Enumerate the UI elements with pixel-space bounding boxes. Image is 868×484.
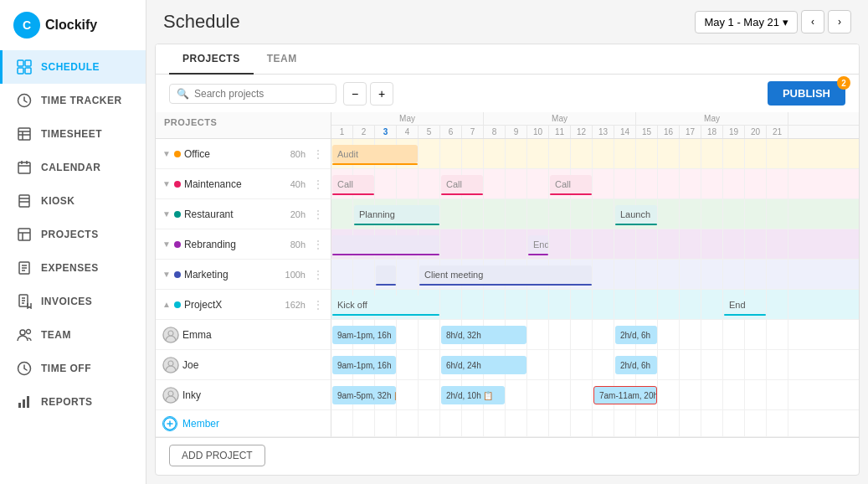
sidebar-item-kiosk[interactable]: KIOSK: [0, 184, 146, 218]
tab-projects[interactable]: PROJECTS: [169, 44, 254, 75]
sidebar-item-calendar[interactable]: CALENDAR: [0, 151, 146, 184]
dropdown-icon: ▾: [783, 16, 788, 28]
svg-point-28: [27, 330, 31, 334]
day-header-17: 17: [680, 126, 701, 138]
project-expand-projectx[interactable]: ▲: [162, 300, 171, 309]
schedule-container[interactable]: ProjectsMayMayMay12345678910111213141516…: [156, 112, 859, 475]
sidebar-item-timesheet[interactable]: TIMESHEET: [0, 117, 146, 151]
time-off-icon: [16, 360, 33, 377]
search-input[interactable]: [194, 88, 329, 100]
reports-icon: [16, 394, 33, 410]
project-expand-maintenance[interactable]: ▼: [162, 179, 171, 188]
prev-nav-button[interactable]: ‹: [801, 10, 824, 33]
gantt-bar-projectx-0[interactable]: Kick off: [332, 296, 439, 314]
svg-rect-5: [18, 128, 30, 140]
gantt-bar-restaurant-0[interactable]: Planning: [354, 205, 439, 224]
project-options-office[interactable]: ⋮: [312, 147, 324, 161]
sidebar-item-invoices[interactable]: INVOICES: [0, 285, 146, 318]
sidebar-item-label-expenses: EXPENSES: [41, 262, 99, 274]
project-row-left-restaurant: ▼Restaurant20h⋮: [156, 199, 331, 229]
project-options-marketing[interactable]: ⋮: [312, 268, 324, 281]
gantt-bar-marketing-0[interactable]: [376, 265, 396, 284]
member-bar-emma-1[interactable]: 8h/d, 32h: [441, 326, 526, 344]
day-header-7: 7: [462, 126, 484, 138]
zoom-out-button[interactable]: −: [343, 82, 367, 106]
project-expand-rebranding[interactable]: ▼: [162, 239, 171, 249]
project-row-right-marketing: Client meeting: [331, 260, 859, 290]
day-header-11: 11: [549, 126, 571, 138]
day-header-2: 2: [353, 126, 375, 138]
member-bar-joe-0[interactable]: 9am-1pm, 16h: [332, 356, 396, 374]
project-name-marketing: Marketing: [184, 269, 282, 281]
member-bar-emma-0[interactable]: 9am-1pm, 16h: [332, 326, 396, 344]
member-bar-joe-2[interactable]: 2h/d, 6h: [615, 356, 657, 374]
member-bar-inky-2[interactable]: 7am-11am, 20h: [593, 386, 657, 404]
svg-rect-32: [27, 396, 29, 408]
tabs: PROJECTSTEAM: [156, 44, 859, 75]
day-header-8: 8: [484, 126, 506, 138]
project-options-restaurant[interactable]: ⋮: [312, 208, 324, 221]
sidebar-item-time-tracker[interactable]: TIME TRACKER: [0, 84, 146, 117]
day-header-16: 16: [658, 126, 680, 138]
sidebar-item-label-kiosk: KIOSK: [41, 195, 75, 207]
project-expand-office[interactable]: ▼: [162, 149, 171, 158]
add-member-icon: [162, 416, 177, 431]
sidebar-item-team[interactable]: TEAM: [0, 318, 146, 352]
project-row-left-projectx: ▲ProjectX162h⋮: [156, 290, 331, 320]
day-header-4: 4: [397, 126, 419, 138]
sidebar-item-reports[interactable]: REPORTS: [0, 385, 146, 419]
timesheet-icon: [16, 126, 33, 142]
tab-team[interactable]: TEAM: [254, 44, 311, 75]
main-header: Schedule May 1 - May 21 ▾ ‹ ›: [146, 0, 868, 44]
project-hours-maintenance: 40h: [290, 179, 306, 189]
project-expand-marketing[interactable]: ▼: [162, 270, 171, 279]
gantt-bar-maintenance-1[interactable]: Call: [441, 175, 483, 193]
zoom-in-button[interactable]: +: [370, 82, 393, 106]
month-label-May: May: [636, 112, 788, 125]
gantt-bar-marketing-1[interactable]: Client meeting: [419, 265, 592, 284]
add-member-label[interactable]: Member: [182, 418, 219, 430]
month-label-May: May: [331, 112, 484, 125]
svg-rect-1: [25, 60, 31, 66]
project-options-maintenance[interactable]: ⋮: [312, 178, 324, 191]
day-header-10: 10: [527, 126, 549, 138]
sidebar-item-expenses[interactable]: EXPENSES: [0, 251, 146, 285]
gantt-bar-underline-rebranding-1: [528, 254, 548, 255]
gantt-bar-office-0[interactable]: Audit: [332, 145, 418, 163]
day-header-18: 18: [701, 126, 723, 138]
sidebar-item-time-off[interactable]: TIME OFF: [0, 352, 146, 385]
project-hours-office: 80h: [290, 149, 306, 159]
time-tracker-icon: [16, 92, 33, 109]
publish-button[interactable]: PUBLISH 2: [768, 81, 845, 106]
project-options-projectx[interactable]: ⋮: [312, 298, 324, 312]
date-range-button[interactable]: May 1 - May 21 ▾: [695, 11, 798, 33]
project-expand-restaurant[interactable]: ▼: [162, 209, 171, 219]
project-options-rebranding[interactable]: ⋮: [312, 238, 324, 251]
member-bar-inky-0[interactable]: 9am-5pm, 32h 📋: [332, 386, 396, 404]
sidebar-item-schedule[interactable]: SCHEDULE: [0, 50, 146, 84]
gantt-bar-underline-marketing-0: [376, 284, 396, 286]
svg-rect-13: [19, 195, 29, 207]
gantt-bar-projectx-1[interactable]: End: [724, 296, 766, 314]
member-bar-inky-1[interactable]: 2h/d, 10h 📋: [441, 386, 505, 404]
page-title: Schedule: [163, 11, 240, 33]
add-project-button[interactable]: ADD PROJECT: [169, 445, 265, 466]
gantt-bar-underline-projectx-0: [332, 314, 439, 316]
sidebar-item-projects[interactable]: PROJECTS: [0, 218, 146, 251]
member-row-right-joe: 9am-1pm, 16h6h/d, 24h2h/d, 6h: [331, 350, 859, 380]
member-bar-joe-1[interactable]: 6h/d, 24h: [441, 356, 526, 374]
svg-rect-9: [18, 162, 30, 173]
project-row-right-rebranding: End: [331, 229, 859, 260]
gantt-bar-maintenance-2[interactable]: Call: [550, 175, 592, 193]
member-bar-emma-2[interactable]: 2h/d, 6h: [615, 326, 657, 344]
gantt-bar-maintenance-0[interactable]: Call: [332, 175, 374, 193]
gantt-bar-rebranding-1[interactable]: End: [528, 235, 548, 254]
gantt-bar-rebranding-0[interactable]: [332, 235, 439, 254]
gantt-bar-restaurant-1[interactable]: Launch: [615, 205, 657, 224]
main-content: Schedule May 1 - May 21 ▾ ‹ › PROJECTSTE…: [146, 0, 868, 484]
projects-column-header: Projects: [156, 112, 331, 139]
svg-rect-30: [18, 403, 21, 408]
sidebar-item-label-reports: REPORTS: [41, 396, 93, 408]
next-nav-button[interactable]: ›: [828, 10, 851, 33]
member-row-right-inky: 9am-5pm, 32h 📋2h/d, 10h 📋7am-11am, 20h: [331, 380, 859, 410]
